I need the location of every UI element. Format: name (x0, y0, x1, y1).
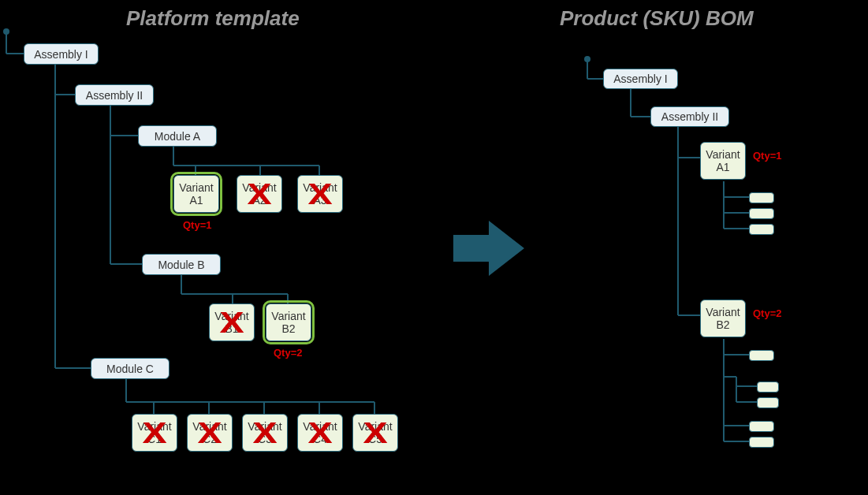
bom-part (757, 397, 779, 408)
right-qty-a1: Qty=1 (753, 150, 782, 162)
left-variant-c1: Variant C1 (132, 414, 177, 452)
bom-part (749, 208, 774, 219)
bom-part (757, 381, 779, 393)
bom-part (749, 350, 774, 361)
left-assembly-2: Assembly II (75, 84, 154, 106)
left-variant-a1: Variant A1 (173, 175, 219, 213)
left-variant-a2: Variant A2 (237, 175, 282, 213)
svg-point-26 (584, 56, 590, 62)
left-variant-c4: Variant C4 (297, 414, 343, 452)
left-assembly-1: Assembly I (24, 43, 99, 65)
bom-part (749, 224, 774, 235)
right-connectors (0, 0, 868, 495)
left-module-b: Module B (142, 254, 221, 275)
left-variant-b2: Variant B2 (266, 303, 311, 341)
left-module-a: Module A (138, 125, 217, 147)
left-variant-c5: Variant C5 (352, 414, 398, 452)
right-variant-a1: Variant A1 (700, 142, 746, 180)
right-qty-b2: Qty=2 (753, 307, 782, 319)
left-variant-b1: Variant B1 (209, 303, 255, 341)
left-module-c: Module C (91, 358, 170, 379)
left-connectors (0, 0, 868, 495)
arrow-icon (453, 221, 524, 276)
left-variant-c3: Variant C3 (242, 414, 288, 452)
svg-marker-25 (453, 221, 524, 276)
left-title: Platform template (126, 6, 300, 31)
bom-part (749, 421, 774, 432)
right-assembly-1: Assembly I (603, 69, 678, 89)
right-title: Product (SKU) BOM (560, 6, 754, 31)
qty-b2: Qty=2 (274, 347, 303, 359)
left-variant-c2: Variant C2 (187, 414, 233, 452)
bom-part (749, 437, 774, 448)
right-variant-b2: Variant B2 (700, 300, 746, 337)
right-assembly-2: Assembly II (650, 106, 729, 127)
svg-point-0 (3, 28, 9, 35)
left-variant-a3: Variant A3 (297, 175, 343, 213)
bom-part (749, 192, 774, 203)
qty-a1: Qty=1 (183, 219, 212, 231)
